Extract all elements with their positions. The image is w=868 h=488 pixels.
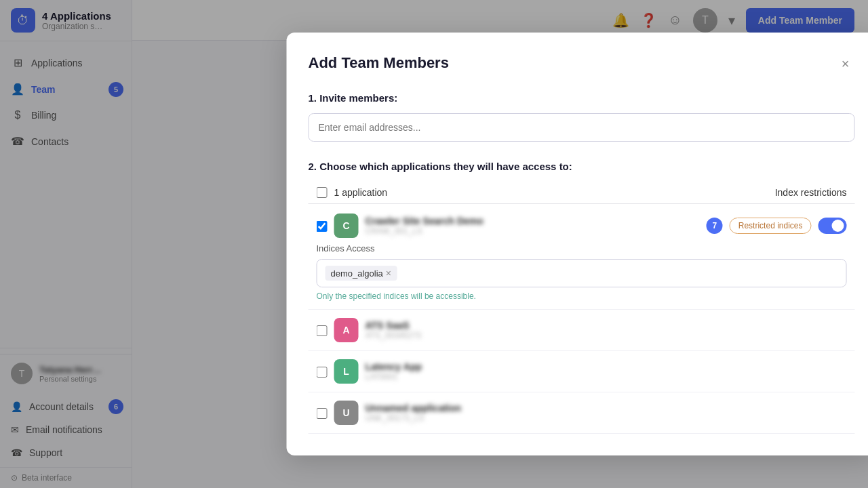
app1-toggle[interactable] — [818, 218, 847, 234]
tag-remove-icon[interactable]: × — [386, 268, 391, 279]
step7-badge: 7 — [707, 218, 723, 234]
app3-name: Latency App — [366, 361, 422, 372]
app4-main: U Unnamed application UNK_00173_LS — [317, 401, 847, 425]
apps-table-header: 1 application Index restrictions — [309, 182, 855, 204]
app2-checkbox[interactable] — [317, 325, 328, 336]
indices-input-box[interactable]: demo_algolia × — [317, 259, 847, 287]
email-input[interactable] — [309, 113, 855, 142]
app2-id: ATS_00345273 — [366, 331, 422, 340]
select-all-checkbox[interactable] — [317, 187, 328, 198]
add-team-members-modal: Add Team Members × 1. Invite members: 2.… — [287, 33, 869, 455]
app1-name: Crawler Site Search Demo — [366, 216, 484, 226]
app2-info: ATS SaaS ATS_00345273 — [366, 320, 422, 340]
step2-label: 2. Choose which applications they will h… — [309, 161, 855, 172]
indices-access-label: Indices Access — [317, 243, 847, 253]
tag-label: demo_algolia — [331, 268, 383, 279]
app4-id: UNK_00173_LS — [366, 413, 462, 423]
modal-title: Add Team Members — [309, 54, 449, 72]
app4-checkbox[interactable] — [317, 408, 328, 419]
app4-name: Unnamed application — [366, 403, 462, 413]
index-restrictions-header: Index restrictions — [775, 187, 847, 198]
app3-id: LAT0001 — [366, 372, 422, 382]
app-row-unnamed: U Unnamed application UNK_00173_LS — [309, 392, 855, 434]
app1-id: CRAW_001_LS — [366, 226, 484, 236]
app4-icon: U — [334, 401, 359, 425]
restricted-indices-badge: Restricted indices — [730, 218, 812, 234]
indices-hint: Only the specified indices will be acces… — [317, 291, 847, 301]
app1-checkbox[interactable] — [317, 221, 328, 232]
app-count-label: 1 application — [334, 187, 388, 198]
app3-main: L Latency App LAT0001 — [317, 359, 847, 384]
index-tag-demo-algolia: demo_algolia × — [326, 266, 397, 281]
apps-table-header-left: 1 application — [317, 187, 388, 198]
step1-label: 1. Invite members: — [309, 92, 855, 104]
app2-icon: A — [334, 318, 359, 342]
app1-icon: C — [334, 214, 359, 238]
app1-expanded: Indices Access demo_algolia × Only the s… — [309, 243, 855, 309]
app1-info: Crawler Site Search Demo CRAW_001_LS — [366, 216, 484, 236]
app-row-top-crawler: C Crawler Site Search Demo CRAW_001_LS 7… — [309, 205, 855, 243]
app-row-latency: L Latency App LAT0001 — [309, 351, 855, 392]
app2-name: ATS SaaS — [366, 320, 422, 331]
app3-icon: L — [334, 359, 359, 384]
app3-info: Latency App LAT0001 — [366, 361, 422, 382]
app-row-crawler: C Crawler Site Search Demo CRAW_001_LS 7… — [309, 205, 855, 310]
modal-header: Add Team Members × — [309, 54, 855, 73]
app-row-ats: A ATS SaaS ATS_00345273 — [309, 310, 855, 351]
app4-info: Unnamed application UNK_00173_LS — [366, 403, 462, 423]
apps-table: 1 application Index restrictions C Crawl… — [309, 182, 855, 434]
app2-main: A ATS SaaS ATS_00345273 — [317, 318, 847, 342]
modal-close-button[interactable]: × — [836, 54, 855, 73]
app3-checkbox[interactable] — [317, 367, 328, 378]
